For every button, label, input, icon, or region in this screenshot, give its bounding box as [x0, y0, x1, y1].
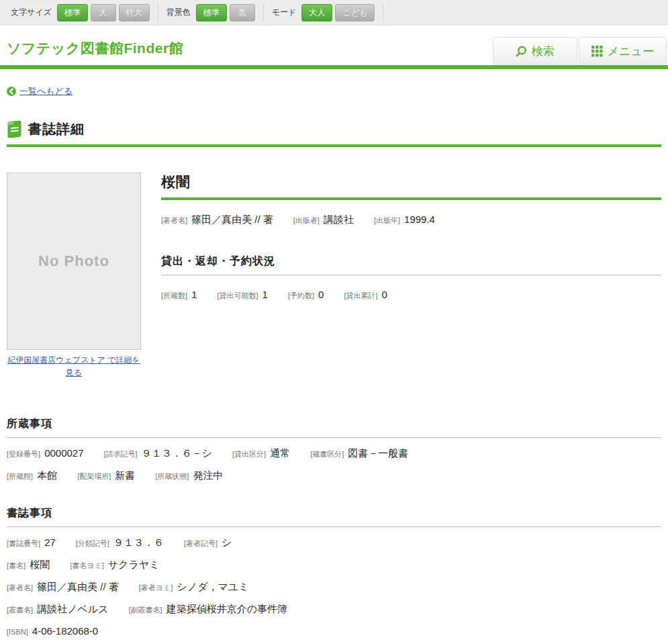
field-label: [配架場所]: [77, 472, 111, 480]
search-button[interactable]: 検索: [493, 37, 577, 65]
field-value: 0: [382, 289, 387, 300]
field: [出版者]講談社: [293, 214, 354, 225]
toggle-button[interactable]: 大人: [301, 4, 332, 21]
background-color-options: 標準黒: [196, 4, 255, 21]
toggle-button[interactable]: 黒: [230, 4, 255, 21]
toggle-button[interactable]: 特大: [119, 4, 150, 21]
field-label: [請求記号]: [104, 450, 138, 458]
search-button-label: 検索: [532, 44, 555, 59]
toggle-button[interactable]: 標準: [57, 4, 88, 21]
field-row: [ISBN]4-06-182068-0: [7, 625, 661, 638]
field: [書名]桜闇: [7, 559, 50, 570]
status-fields: [所蔵数]1[貸出可能数]1[予約数]0[貸出累計]0: [161, 289, 661, 301]
font-size-options: 標準大特大: [57, 4, 150, 21]
field-value: 4-06-182068-0: [32, 625, 98, 637]
field-label: [貸出区分]: [232, 450, 266, 458]
field-row: [書誌番号]27[分類記号]９１３．６[著者記号]シ: [7, 537, 661, 549]
menu-button[interactable]: メニュー: [579, 37, 667, 65]
field: [出版年]1999.4: [374, 214, 435, 225]
field: [所蔵数]1: [161, 289, 197, 300]
field-label: [貸出累計]: [344, 291, 377, 300]
field: [予約数]0: [288, 289, 324, 300]
field-label: [ISBN]: [7, 628, 28, 636]
field-label: [書名]: [7, 561, 26, 569]
field-value: ９１３．６: [113, 537, 164, 548]
field: [ISBN]4-06-182068-0: [7, 625, 98, 637]
field-label: [所蔵数]: [161, 291, 187, 300]
holdings-section: 所蔵事項 [登録番号]0000027[請求記号]９１３．６－シ[貸出区分]通常[…: [7, 417, 661, 482]
book-title-rule: [161, 197, 661, 200]
field-row: [登録番号]0000027[請求記号]９１３．６－シ[貸出区分]通常[蔵書区分]…: [7, 447, 661, 460]
back-row: 一覧へもどる: [7, 85, 661, 97]
page-title-rule: [7, 144, 661, 147]
bibliography-fields: [書誌番号]27[分類記号]９１３．６[著者記号]シ[書名]桜闇[書名ヨミ]サク…: [7, 537, 661, 644]
toggle-button[interactable]: こども: [335, 4, 375, 21]
field-row: [書名]桜闇[書名ヨミ]サクラヤミ: [7, 559, 661, 571]
field-value: 本館: [37, 469, 57, 481]
field: [著者名]篠田／真由美 // 著: [161, 214, 273, 225]
toggle-button[interactable]: 標準: [196, 4, 227, 21]
magnifier-icon: [516, 46, 527, 57]
kinokuniya-store-link[interactable]: 紀伊国屋書店ウェブストア で詳細を見る: [7, 354, 141, 379]
field-label: [出版者]: [293, 216, 320, 224]
back-to-list-link[interactable]: 一覧へもどる: [19, 85, 73, 97]
main-content: 一覧へもどる 書誌詳細 No Photo 紀伊国屋書店ウェブストア で詳細を見る…: [0, 85, 668, 644]
toggle-button[interactable]: 大: [91, 4, 116, 21]
field-label: [書名ヨミ]: [70, 561, 104, 569]
field-value: 講談社: [324, 214, 354, 225]
book-title: 桜闇: [161, 173, 661, 191]
field-value: 通常: [270, 447, 290, 459]
field-value: 篠田／真由美 // 著: [37, 581, 119, 592]
field: [請求記号]９１３．６－シ: [104, 447, 212, 459]
mode-label: モード: [272, 7, 297, 18]
holdings-section-title: 所蔵事項: [7, 417, 661, 431]
field-label: [著者記号]: [184, 539, 218, 547]
photo-column: No Photo 紀伊国屋書店ウェブストア で詳細を見る: [7, 173, 141, 379]
field: [副叢書名]建築探偵桜井京介の事件簿: [129, 603, 287, 614]
bibliography-section: 書誌事項 [書誌番号]27[分類記号]９１３．６[著者記号]シ[書名]桜闇[書名…: [7, 506, 661, 644]
field: [所蔵状態]発注中: [155, 469, 223, 481]
field: [書名ヨミ]サクラヤミ: [70, 559, 159, 570]
field-value: 桜闇: [30, 559, 50, 570]
field-label: [貸出可能数]: [217, 291, 258, 300]
status-section-title: 貸出・返却・予約状況: [161, 255, 661, 269]
grid-icon: [591, 46, 603, 57]
field-label: [登録番号]: [7, 450, 40, 458]
field-row: [所蔵館]本館[配架場所]新書[所蔵状態]発注中: [7, 469, 661, 482]
field-value: 27: [44, 537, 56, 548]
field-value: 1999.4: [404, 214, 435, 225]
field: [配架場所]新書: [77, 469, 135, 481]
field-value: 講談社ノベルス: [37, 603, 108, 614]
field-label: [著者名]: [7, 584, 33, 592]
field-value: シノダ，マユミ: [177, 581, 248, 592]
book-main: 桜闇 [著者名]篠田／真由美 // 著[出版者]講談社[出版年]1999.4 貸…: [161, 173, 661, 301]
field-label: [予約数]: [288, 291, 314, 300]
field-label: [出版年]: [374, 216, 400, 224]
site-title: ソフテック図書館Finder館: [7, 39, 183, 58]
no-photo-text: No Photo: [38, 252, 109, 270]
circle-left-arrow-icon: [7, 87, 16, 96]
field: [叢書名]講談社ノベルス: [7, 603, 109, 614]
background-color-group: 背景色 標準黒: [158, 3, 264, 22]
field-value: シ: [222, 537, 232, 548]
field-value: サクラヤミ: [108, 559, 160, 570]
accessibility-bar: 文字サイズ 標準大特大 背景色 標準黒 モード 大人こども: [0, 0, 668, 26]
field: [書誌番号]27: [7, 537, 56, 548]
book-icon: [7, 120, 22, 138]
bibliography-section-title: 書誌事項: [7, 506, 661, 520]
field: [蔵書区分]図書－一般書: [310, 447, 408, 459]
font-size-label: 文字サイズ: [11, 7, 52, 18]
cover-placeholder: No Photo: [7, 173, 141, 350]
mode-options: 大人こども: [301, 4, 375, 21]
field: [貸出可能数]1: [217, 289, 267, 300]
field-value: ９１３．６－シ: [142, 447, 212, 459]
field-label: [書誌番号]: [7, 539, 40, 547]
field: [著者ヨミ]シノダ，マユミ: [139, 581, 249, 592]
field-value: 図書－一般書: [348, 447, 408, 459]
holdings-fields: [登録番号]0000027[請求記号]９１３．６－シ[貸出区分]通常[蔵書区分]…: [7, 447, 661, 482]
menu-button-label: メニュー: [608, 44, 654, 59]
mode-group: モード 大人こども: [264, 3, 383, 22]
field-label: [副叢書名]: [129, 606, 162, 614]
field-label: [所蔵館]: [7, 472, 33, 480]
field-value: 発注中: [193, 469, 223, 481]
